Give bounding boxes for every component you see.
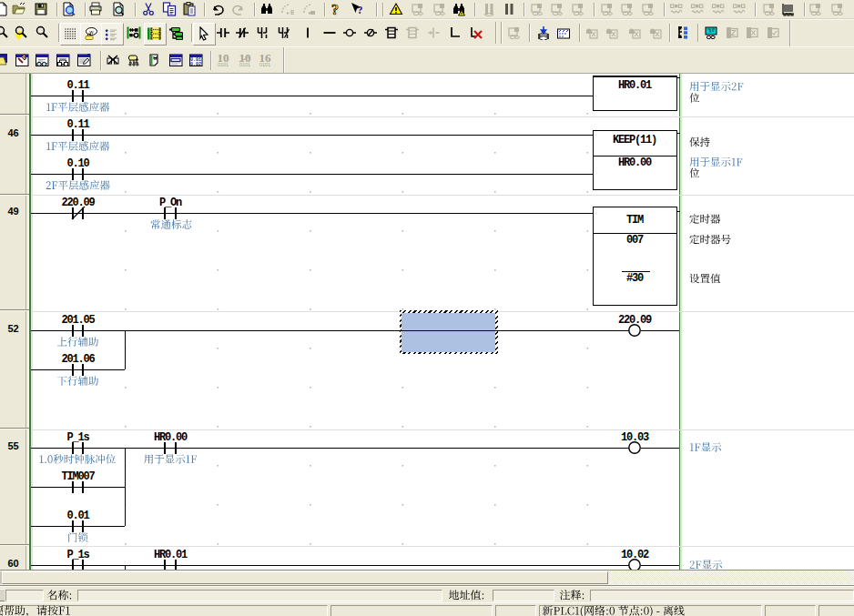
svg-text:0101: 0101 xyxy=(239,62,250,67)
svg-text:16: 16 xyxy=(259,53,272,65)
svg-text:0.02: 0.02 xyxy=(190,62,201,67)
svg-text:?: ? xyxy=(331,2,339,16)
svg-text:?: ? xyxy=(358,4,363,16)
svg-text:0101: 0101 xyxy=(218,62,229,67)
svg-text:0101: 0101 xyxy=(259,62,270,67)
svg-text:0.01: 0.01 xyxy=(190,57,201,63)
svg-text:10: 10 xyxy=(239,53,251,65)
svg-text:B: B xyxy=(290,8,294,16)
svg-text:w: w xyxy=(88,28,94,34)
svg-text:10: 10 xyxy=(218,53,229,65)
